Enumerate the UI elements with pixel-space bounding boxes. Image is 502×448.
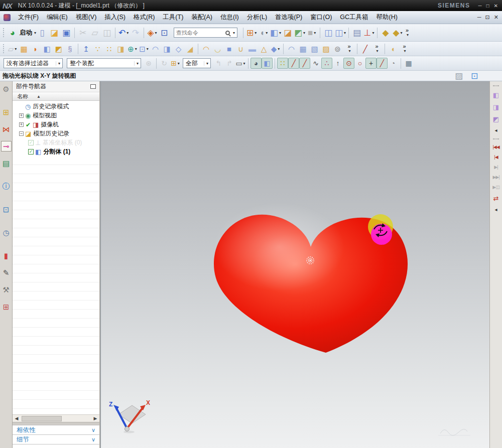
menu-window[interactable]: 窗口(O) <box>306 11 336 24</box>
menu-tools[interactable]: 工具(T) <box>159 11 187 24</box>
thicken-button[interactable]: ▬ <box>246 43 258 55</box>
trim-body-button[interactable]: ◨ <box>115 43 127 55</box>
part-navigator-icon[interactable]: ⊸ <box>1 141 12 152</box>
snap-endpoint-toggle[interactable]: ╱ <box>288 58 299 69</box>
through-curve-mesh-button[interactable]: ▦ <box>297 43 309 55</box>
toolbar-button[interactable] <box>283 44 284 54</box>
cut-button[interactable]: ✂ <box>77 26 89 39</box>
menu-gc-toolbox[interactable]: GC工具箱 <box>336 11 372 24</box>
toolbar-button[interactable] <box>156 58 157 69</box>
shaded-view-button[interactable]: ◖ <box>258 26 270 39</box>
toolbar-grip[interactable] <box>3 28 5 37</box>
shaded-select-toggle[interactable]: ◕ <box>250 58 262 69</box>
through-curves-button[interactable]: ◠ <box>286 43 297 55</box>
find-in-assembly-icon[interactable]: ⊛ <box>143 58 154 69</box>
dependencies-panel-header[interactable]: 相依性 ∨ <box>13 425 99 434</box>
doc-close-button[interactable]: ✕ <box>494 14 498 21</box>
checkbox-icon[interactable]: ✔ <box>25 122 31 127</box>
web-browser-icon[interactable]: ⊡ <box>1 204 12 215</box>
select-up-icon[interactable]: ↰ <box>213 58 224 69</box>
roles-icon[interactable]: ✎ <box>1 267 12 278</box>
navigator-column-header[interactable]: 名称 ▲ <box>13 92 99 101</box>
palette-icon[interactable]: ▮ <box>1 250 12 261</box>
search-dropdown-icon[interactable]: ▾ <box>233 31 235 35</box>
toolbar-button[interactable] <box>385 44 385 54</box>
close-button[interactable]: ✕ <box>494 3 498 9</box>
draft-button[interactable]: ◢ <box>184 43 196 55</box>
snap-curve-toggle[interactable]: ∿ <box>310 58 321 69</box>
rectangle-select-icon[interactable]: ▭ <box>235 58 246 69</box>
details-panel-header[interactable]: 细节 ∨ <box>13 434 99 444</box>
toolbar-button[interactable] <box>243 28 243 38</box>
menu-file[interactable]: 文件(F) <box>14 11 43 24</box>
wcs-dynamics-button[interactable]: ⊥ <box>363 26 375 39</box>
tree-item-split-body[interactable]: ✓ ◧ 分割体 (1) <box>13 147 99 156</box>
snap-point-on-point-toggle[interactable]: ∷ <box>277 58 288 69</box>
expander-icon[interactable]: + <box>19 113 24 118</box>
snap-intersection-toggle[interactable]: ∴ <box>321 58 332 69</box>
expander-icon[interactable]: − <box>19 131 24 136</box>
line-button[interactable]: ╱ <box>359 43 371 55</box>
collapse-group-icon[interactable]: ◂ <box>494 207 497 212</box>
menu-analysis[interactable]: 分析(L) <box>243 11 271 24</box>
minimize-button[interactable]: ─ <box>478 3 481 9</box>
open-button[interactable]: ◪ <box>48 26 60 39</box>
start-button[interactable]: 启动 <box>19 26 36 39</box>
layer-settings-button[interactable]: ▤ <box>351 26 363 39</box>
toolbar-button[interactable] <box>144 28 144 38</box>
shell-button[interactable]: ⊡ <box>138 43 150 55</box>
expand-window-button[interactable]: ◫ <box>334 26 346 39</box>
selection-scope-combo[interactable]: 整个装配 ▾ <box>67 58 141 68</box>
snap-point-settings-icon[interactable]: ⊞ <box>170 58 181 69</box>
surface-overflow[interactable]: » <box>343 43 355 55</box>
replay-camera-button[interactable]: ▶◫ <box>492 185 499 190</box>
assembly-constraints-button[interactable]: ◆ <box>380 26 392 39</box>
history-palette-icon[interactable]: ◷ <box>1 227 12 238</box>
fit-window-button[interactable]: ⊞ <box>245 26 258 39</box>
system-scene-icon[interactable]: ⚒ <box>1 284 12 295</box>
undo-button[interactable]: ↶ <box>117 26 130 39</box>
move-window-button[interactable]: ◫ <box>322 26 334 39</box>
search-icon[interactable] <box>225 31 230 35</box>
tree-item-datum-csys[interactable]: ✓ ⊥ 基准坐标系 (0) <box>13 138 99 147</box>
curve-overflow[interactable]: » <box>371 43 383 55</box>
toolbar1-overflow[interactable]: » <box>404 26 411 39</box>
command-finder-info-button[interactable]: ⊡ <box>158 26 170 39</box>
save-button[interactable]: ▣ <box>60 26 72 39</box>
undock-icon[interactable] <box>90 84 96 89</box>
boss-button[interactable]: ◩ <box>53 43 64 55</box>
menu-assemblies[interactable]: 装配(A) <box>187 11 216 24</box>
toolbar-grip[interactable] <box>493 85 499 86</box>
ruled-button[interactable]: ◡ <box>212 43 223 55</box>
unite-button[interactable]: ⊕ <box>127 43 138 55</box>
replay-to-end-button[interactable]: ▶▶| <box>492 175 499 180</box>
toolbar-button[interactable] <box>78 44 78 54</box>
command-search-input[interactable] <box>176 30 224 36</box>
combo-dropdown-icon[interactable]: ▾ <box>134 61 141 66</box>
tree-item-cameras[interactable]: + ✔ ◨ 摄像机 <box>13 120 99 129</box>
section-view-button[interactable]: ◩ <box>294 26 306 39</box>
grid-snap-icon[interactable]: ▦ <box>403 58 414 69</box>
navigation-gear-icon[interactable]: ⚙ <box>1 84 12 94</box>
snap-midpoint-toggle[interactable]: ╱ <box>299 58 310 69</box>
menu-information[interactable]: 信息(I) <box>216 11 243 24</box>
combine-button[interactable]: ◨ <box>161 43 173 55</box>
window-style-button[interactable]: ■ <box>306 26 318 39</box>
toolbar-button[interactable] <box>74 28 75 38</box>
snap-scope-combo[interactable]: 全部 ▾ <box>183 58 211 68</box>
swap-arrows-icon[interactable]: ⇄ <box>493 195 499 202</box>
menu-edit[interactable]: 编辑(E) <box>43 11 72 24</box>
reuse-library-icon[interactable]: ▤ <box>1 158 12 169</box>
select-parent-icon[interactable]: ↱ <box>224 58 235 69</box>
toolbar-button[interactable] <box>348 28 349 38</box>
cube-delete-icon[interactable]: ◩ <box>493 116 499 122</box>
copy-button[interactable]: ▱ <box>89 26 101 39</box>
toolbar-button[interactable] <box>357 44 357 54</box>
graphics-window[interactable]: Z X <box>100 81 489 448</box>
assembly-navigator-icon[interactable]: ⊞ <box>1 107 12 117</box>
expander-icon[interactable]: + <box>19 122 24 127</box>
snap-circle-center-toggle[interactable]: ⊙ <box>343 58 354 69</box>
menu-insert[interactable]: 插入(S) <box>100 11 130 24</box>
datum-plane-button[interactable]: ▦ <box>18 43 30 55</box>
edge-blend-button[interactable]: ◠ <box>150 43 161 55</box>
